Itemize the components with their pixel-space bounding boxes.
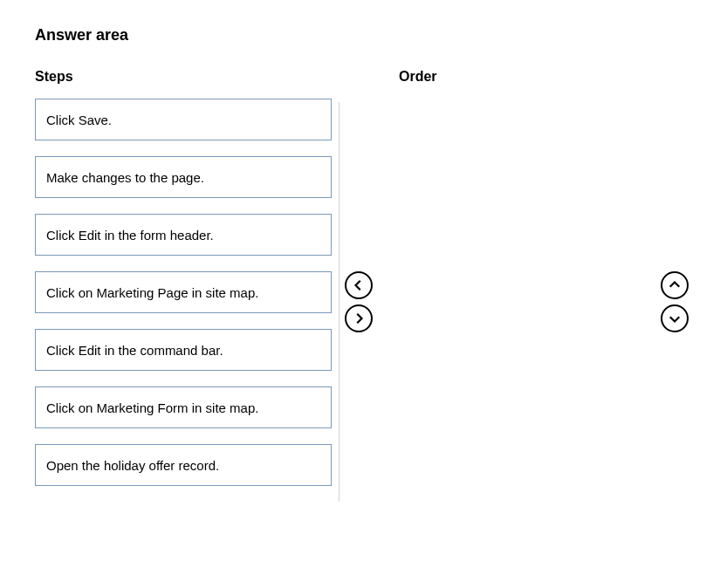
chevron-right-icon [353, 312, 365, 325]
order-drop-area[interactable] [399, 99, 661, 500]
step-item[interactable]: Click on Marketing Page in site map. [35, 271, 332, 313]
step-label: Click Edit in the command bar. [46, 343, 223, 358]
answer-area-container: Steps Click Save. Make changes to the pa… [35, 69, 692, 502]
step-item[interactable]: Click Edit in the command bar. [35, 329, 332, 371]
move-down-button[interactable] [661, 304, 689, 332]
step-item[interactable]: Click on Marketing Form in site map. [35, 386, 332, 428]
steps-header: Steps [35, 69, 332, 85]
step-item[interactable]: Make changes to the page. [35, 156, 332, 198]
move-up-button[interactable] [661, 271, 689, 299]
step-item[interactable]: Click Save. [35, 99, 332, 140]
step-label: Click Edit in the form header. [46, 228, 214, 243]
step-label: Make changes to the page. [46, 170, 204, 185]
order-header: Order [399, 69, 661, 85]
order-column: Order [378, 69, 661, 502]
move-left-button[interactable] [345, 271, 373, 299]
chevron-up-icon [669, 279, 681, 291]
steps-column: Steps Click Save. Make changes to the pa… [35, 69, 332, 502]
step-item[interactable]: Open the holiday offer record. [35, 444, 332, 486]
step-label: Open the holiday offer record. [46, 458, 219, 473]
step-label: Click Save. [46, 113, 112, 127]
move-right-button[interactable] [345, 304, 373, 332]
step-item[interactable]: Click Edit in the form header. [35, 214, 332, 256]
step-label: Click on Marketing Page in site map. [46, 285, 258, 300]
chevron-left-icon [353, 279, 365, 291]
move-controls [339, 102, 378, 502]
step-label: Click on Marketing Form in site map. [46, 400, 258, 415]
answer-area-title: Answer area [35, 26, 692, 44]
reorder-controls [661, 102, 692, 502]
chevron-down-icon [669, 312, 681, 325]
